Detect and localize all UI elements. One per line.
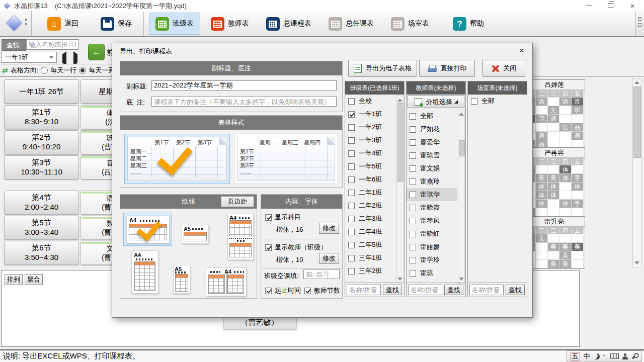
checkbox-list-item[interactable]: 一年3班 (345, 134, 396, 147)
checkbox-list-item[interactable]: 一年5班 (345, 160, 396, 173)
scroll-down-icon[interactable] (634, 261, 639, 264)
style-option-days-as-columns[interactable]: 星期一 星期三 星期四 第1节 第2节 第3节 …… (234, 134, 338, 184)
dialog-close-button[interactable]: 关闭 (482, 60, 525, 77)
scroll-up-icon[interactable] (634, 81, 639, 84)
checkbox-icon[interactable] (348, 163, 355, 170)
checkbox-list-item[interactable]: 三年2班 (345, 264, 396, 278)
teacher-period-count-option[interactable]: 教师节数 (304, 286, 340, 295)
checkbox-icon[interactable] (410, 178, 416, 185)
checkbox-list-item[interactable]: 一年6班 (345, 173, 396, 186)
start-end-time-option[interactable]: 起止时间 (265, 286, 301, 295)
checkbox-icon[interactable] (348, 229, 355, 235)
class-search-button[interactable]: 查找 (383, 285, 402, 295)
checkbox-icon[interactable] (410, 257, 416, 263)
checkbox-list-item[interactable]: 全部 (468, 95, 527, 108)
checkbox-icon[interactable] (348, 124, 355, 131)
scroll-up-icon[interactable] (397, 99, 403, 102)
back-button[interactable]: ⌂ 退回 (41, 13, 85, 35)
subtitle-input[interactable] (151, 80, 337, 90)
checkbox-list-item[interactable]: 雷琼雪 (407, 149, 457, 162)
checkbox-icon[interactable] (410, 205, 416, 211)
period-row-4[interactable]: 第4节 2:00~2:40 (4, 191, 79, 215)
paper-a4-landscape[interactable]: A4 (123, 213, 172, 246)
checkbox-list-item[interactable]: 雷燕玲 (407, 175, 457, 188)
teacher-list-scrollbar[interactable] (458, 110, 465, 284)
checkbox-icon[interactable] (348, 216, 355, 222)
checkbox-list-item[interactable]: 二年5班 (345, 238, 396, 251)
ime-wubi-icon[interactable]: 五 (571, 352, 580, 360)
minimize-button[interactable] (580, 0, 597, 11)
checkbox-list-item[interactable]: 雷丽媛 (407, 240, 457, 253)
checkbox-icon[interactable] (410, 165, 416, 172)
period-row-2[interactable]: 第2节 9:40~10:20 (4, 130, 79, 154)
checkbox-icon[interactable] (348, 242, 355, 248)
room-search-button[interactable]: 查找 (506, 285, 525, 295)
ime-keyboard-icon[interactable] (610, 353, 619, 359)
teacher-search-button[interactable]: 查找 (444, 285, 463, 295)
save-button[interactable]: 保存 (94, 13, 138, 35)
checkbox-list-item[interactable]: 雷晓霞 (407, 201, 457, 214)
paper-a4-two-tables-side[interactable]: A4 (206, 267, 247, 296)
checkbox-list-item[interactable]: 全校 (345, 95, 396, 108)
checkbox-icon[interactable] (410, 139, 416, 146)
ime-settings-wrench-icon[interactable] (631, 353, 637, 359)
checkbox-list-item[interactable]: 廖爱华 (407, 136, 457, 149)
checkbox-icon[interactable] (410, 113, 416, 120)
teacher-search-input[interactable] (408, 285, 442, 295)
search-input[interactable] (26, 39, 78, 50)
footnote-input[interactable] (151, 97, 337, 107)
checkbox-icon[interactable] (348, 137, 355, 144)
paper-a5-landscape[interactable]: A5 (182, 225, 209, 244)
arrange-button[interactable]: 排列 (5, 274, 23, 285)
radio-column-per-day[interactable] (79, 67, 86, 74)
checkbox-list-item[interactable]: 雷琼 (407, 266, 457, 280)
checkbox-icon[interactable] (348, 98, 355, 105)
checkbox-icon[interactable] (348, 203, 355, 209)
tab-class-table[interactable]: 班级表 (149, 13, 200, 35)
checkbox-list-item[interactable]: 一年4班 (345, 147, 396, 160)
checkbox-icon[interactable] (265, 244, 272, 251)
checkbox-list-item[interactable]: 雷晓虹 (407, 227, 457, 240)
export-spreadsheet-button[interactable]: 导出为电子表格 (348, 60, 417, 77)
scrollbar-thumb[interactable] (459, 140, 465, 156)
show-subject-option[interactable]: 显示科目 (265, 213, 301, 222)
right-scrollbar[interactable] (632, 78, 642, 267)
class-list-scrollbar[interactable] (396, 96, 404, 284)
app-logo-button[interactable] (0, 11, 32, 36)
period-row-1[interactable]: 第1节 8:30~9:10 (4, 105, 79, 129)
close-button[interactable]: × (624, 0, 641, 11)
paper-a5-portrait[interactable]: A5 (173, 265, 190, 294)
checkbox-list-item[interactable]: 二年1班 (345, 186, 396, 199)
checkbox-icon[interactable] (348, 255, 355, 261)
empty-lesson-input[interactable] (303, 269, 340, 279)
checkbox-icon[interactable] (410, 152, 416, 159)
help-button[interactable]: ? 帮助 (446, 13, 491, 35)
ime-language-bar[interactable]: 五 中 °, (567, 350, 642, 362)
prev-class-button[interactable] (62, 54, 66, 63)
checkbox-icon[interactable] (348, 176, 355, 183)
class-search-input[interactable] (347, 285, 381, 295)
tab-room-table[interactable]: 场室表 (384, 13, 436, 35)
timetable-class-header[interactable]: 一年1班 26节 (4, 79, 79, 104)
checkbox-icon[interactable] (410, 192, 416, 198)
radio-row-per-day[interactable] (41, 67, 48, 74)
paper-a4-portrait[interactable]: A4 (131, 250, 158, 294)
paper-a4-two-tables-stacked[interactable]: A4 (227, 214, 254, 260)
checkbox-list-item[interactable]: 三年1班 (345, 251, 396, 264)
checkbox-list-item[interactable]: 二年2班 (345, 199, 396, 212)
ime-fullhalf-moon-icon[interactable] (594, 353, 600, 359)
next-class-button[interactable] (73, 54, 77, 63)
checkbox-list-item[interactable]: 雷琪华 (407, 188, 457, 201)
show-teacher-option[interactable]: 显示教师（班级） (265, 243, 327, 252)
checkbox-list-item[interactable]: 全部 (407, 110, 457, 123)
ime-person-icon[interactable] (622, 353, 628, 359)
scroll-up-icon[interactable] (459, 113, 464, 116)
scrollbar-thumb[interactable] (633, 86, 641, 158)
room-search-input[interactable] (469, 285, 504, 295)
checkbox-list-item[interactable]: 二年4班 (345, 225, 396, 238)
checkbox-list-item[interactable]: 雷学玲 (407, 253, 457, 266)
page-margin-button[interactable]: 页边距 (221, 196, 254, 207)
checkbox-icon[interactable] (348, 111, 355, 118)
checkbox-icon[interactable] (304, 288, 311, 294)
checkbox-icon[interactable] (471, 98, 477, 105)
